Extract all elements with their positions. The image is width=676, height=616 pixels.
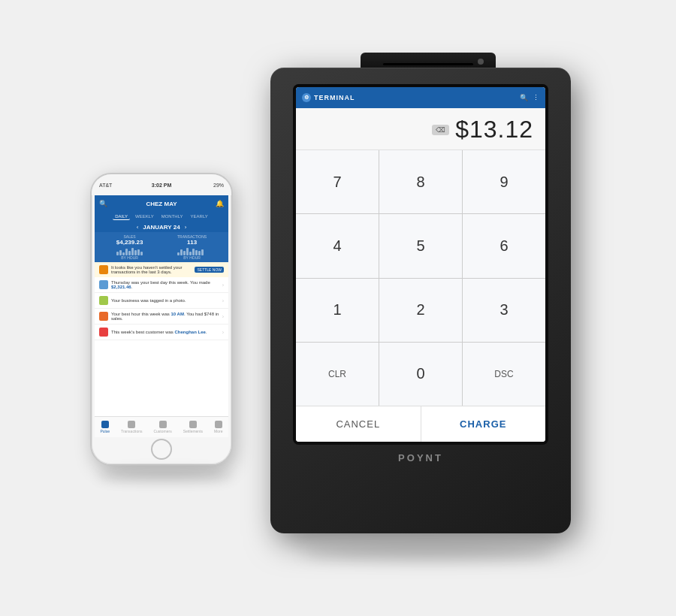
charge-button[interactable]: CHARGE <box>421 406 546 442</box>
nav-label-pulse: Pulse <box>101 429 110 433</box>
backspace-button[interactable]: ⌫ <box>432 125 449 135</box>
key-dsc[interactable]: DSC <box>463 343 545 406</box>
battery-level: 29% <box>213 183 224 188</box>
nav-item-transactions[interactable]: Transactions <box>121 421 142 433</box>
chevron-right-icon-4: › <box>222 330 224 335</box>
nav-item-customers[interactable]: Customers <box>153 421 171 433</box>
transactions-stat: TRANSACTIONS 113 <box>177 234 207 260</box>
tab-yearly[interactable]: YEARLY <box>189 213 210 220</box>
key-7[interactable]: 7 <box>296 150 379 213</box>
stats-row: SALES $4,239.23 <box>95 232 228 262</box>
phone-tabs: DAILY WEEKLY MONTHLY YEARLY <box>95 212 228 222</box>
customers-icon <box>159 421 167 428</box>
bell-icon[interactable]: 🔔 <box>216 200 224 207</box>
nav-label-customers: Customers <box>153 429 171 433</box>
sales-chart <box>116 246 143 255</box>
chevron-right-icon-3: › <box>222 314 224 319</box>
phone-nav-bar: 🔍 CHEZ MAY 🔔 <box>95 195 228 212</box>
list-item[interactable]: Thursday was your best day this week. Yo… <box>95 277 228 293</box>
current-time: 3:02 PM <box>152 183 171 188</box>
tab-monthly[interactable]: MONTHLY <box>159 213 186 220</box>
pulse-icon <box>101 421 109 428</box>
sales-stat: SALES $4,239.23 <box>116 234 143 260</box>
key-8[interactable]: 8 <box>379 150 462 213</box>
search-icon[interactable]: 🔍 <box>99 200 107 207</box>
terminal-top-icons: 🔍 ⋮ <box>520 94 539 101</box>
transactions-icon <box>128 421 135 428</box>
carrier-signal: AT&T <box>99 183 112 188</box>
list-text-2: Your business was tagged in a photo. <box>111 298 219 303</box>
nav-item-more[interactable]: More <box>214 421 222 433</box>
more-options-icon[interactable]: ⋮ <box>533 94 539 101</box>
key-2[interactable]: 2 <box>379 279 462 342</box>
list-icon-1 <box>99 280 108 289</box>
terminal-app-title: ⚙ TERMINAL <box>302 93 355 102</box>
phone-home-button[interactable] <box>151 439 172 460</box>
key-3[interactable]: 3 <box>463 279 545 342</box>
more-icon <box>215 421 222 428</box>
list-icon-3 <box>99 312 108 321</box>
transactions-chart <box>177 246 207 255</box>
phone-device: AT&T 3:02 PM 29% 🔍 CHEZ MAY 🔔 DAILY WEEK… <box>90 173 240 473</box>
tab-weekly[interactable]: WEEKLY <box>133 213 156 220</box>
card-led <box>478 59 484 65</box>
key-5[interactable]: 5 <box>379 214 462 277</box>
nav-item-settlements[interactable]: Settlements <box>183 421 203 433</box>
key-0[interactable]: 0 <box>379 343 462 406</box>
nav-label-settlements: Settlements <box>183 429 203 433</box>
terminal-bezel: ⚙ TERMINAL 🔍 ⋮ ⌫ $13.12 <box>293 84 548 445</box>
numeric-keypad: 7 8 9 4 5 6 1 2 3 CLR 0 DSC <box>296 150 545 406</box>
terminal-shadow <box>302 545 554 560</box>
list-item[interactable]: Your best hour this week was 10 AM. You … <box>95 309 228 325</box>
nav-label-transactions: Transactions <box>121 429 142 433</box>
list-icon-2 <box>99 296 108 305</box>
nav-item-pulse[interactable]: Pulse <box>101 421 110 433</box>
settings-icon: ⚙ <box>302 93 311 102</box>
phone-shadow <box>98 470 233 481</box>
key-4[interactable]: 4 <box>296 214 379 277</box>
terminal-top-bar: ⚙ TERMINAL 🔍 ⋮ <box>296 87 545 108</box>
key-1[interactable]: 1 <box>296 279 379 342</box>
phone-body: AT&T 3:02 PM 29% 🔍 CHEZ MAY 🔔 DAILY WEEK… <box>90 173 233 466</box>
tab-daily[interactable]: DAILY <box>113 213 130 220</box>
amount-display: ⌫ $13.12 <box>296 108 545 150</box>
chevron-right-icon-1: › <box>222 282 224 288</box>
phone-status-bar: AT&T 3:02 PM 29% <box>92 174 231 195</box>
date-navigation: ‹ JANUARY 24 › <box>95 222 228 232</box>
charge-amount: $13.12 <box>455 116 533 143</box>
cancel-button[interactable]: CANCEL <box>296 406 421 442</box>
list-text-4: This week's best customer was Chenghan L… <box>111 330 219 334</box>
phone-screen: 🔍 CHEZ MAY 🔔 DAILY WEEKLY MONTHLY YEARLY… <box>95 195 228 428</box>
list-item[interactable]: Your business was tagged in a photo. › <box>95 293 228 309</box>
scene: AT&T 3:02 PM 29% 🔍 CHEZ MAY 🔔 DAILY WEEK… <box>15 23 661 593</box>
nav-label-more: More <box>214 429 222 433</box>
terminal-brand: POYNT <box>398 452 443 464</box>
settle-now-button[interactable]: SETTLE NOW <box>195 267 224 273</box>
key-clr[interactable]: CLR <box>296 343 379 406</box>
next-date-button[interactable]: › <box>185 224 187 231</box>
key-9[interactable]: 9 <box>463 150 545 213</box>
prev-date-button[interactable]: ‹ <box>137 224 139 231</box>
chevron-right-icon-2: › <box>222 298 224 303</box>
terminal-screen: ⚙ TERMINAL 🔍 ⋮ ⌫ $13.12 <box>296 87 545 442</box>
current-date: JANUARY 24 <box>143 224 180 231</box>
card-slot <box>383 63 473 65</box>
phone-bottom-nav: Pulse Transactions Customers Settlements… <box>95 416 228 437</box>
key-6[interactable]: 6 <box>463 214 545 277</box>
terminal-device: ⚙ TERMINAL 🔍 ⋮ ⌫ $13.12 <box>270 68 586 548</box>
terminal-body: ⚙ TERMINAL 🔍 ⋮ ⌫ $13.12 <box>270 68 571 533</box>
settle-warning-icon <box>99 265 108 274</box>
list-text-3: Your best hour this week was 10 AM. You … <box>111 312 219 321</box>
settle-text: It looks like you haven't settled your t… <box>111 265 192 274</box>
list-text-1: Thursday was your best day this week. Yo… <box>111 280 219 289</box>
search-icon[interactable]: 🔍 <box>520 94 528 101</box>
terminal-actions: CANCEL CHARGE <box>296 406 545 442</box>
settlements-icon <box>189 421 197 428</box>
app-title: CHEZ MAY <box>107 201 216 207</box>
list-item[interactable]: This week's best customer was Chenghan L… <box>95 325 228 340</box>
settle-banner: It looks like you haven't settled your t… <box>95 262 228 277</box>
list-icon-4 <box>99 328 108 337</box>
